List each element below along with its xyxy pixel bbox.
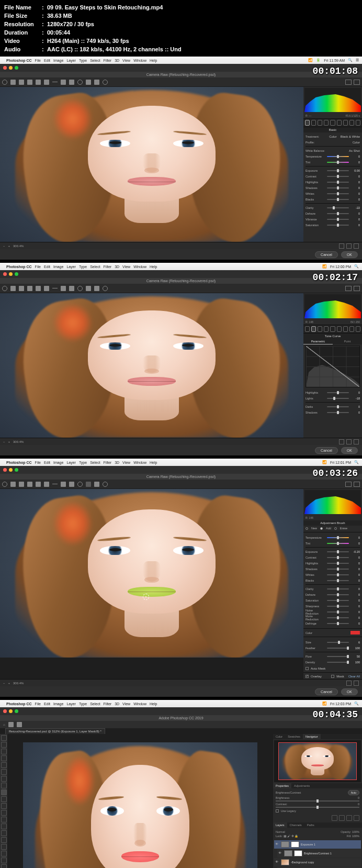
slider-knob[interactable]	[337, 224, 339, 227]
menu-3d[interactable]: 3D	[115, 59, 119, 62]
menu-view[interactable]: View	[122, 265, 130, 269]
canvas-image[interactable]	[0, 293, 303, 438]
tab-lens-icon[interactable]	[337, 120, 342, 126]
mac-menubar[interactable]: Photoshop CC FileEditImageLayerTypeSelec…	[0, 263, 362, 270]
hand-tool-icon[interactable]	[1, 864, 7, 868]
wb-tool-icon[interactable]	[19, 286, 24, 291]
before-after-icon[interactable]	[345, 286, 352, 291]
layer-thumbnail[interactable]	[281, 859, 289, 865]
menu-image[interactable]: Image	[53, 265, 63, 269]
minimize-window-icon[interactable]	[9, 468, 13, 472]
target-adjust-icon[interactable]	[36, 286, 41, 291]
slider-track[interactable]	[327, 662, 349, 663]
history-brush-icon[interactable]	[1, 803, 7, 809]
slider-track[interactable]	[327, 412, 349, 413]
layers-tab[interactable]: Layers	[273, 822, 287, 828]
close-window-icon[interactable]	[3, 468, 7, 472]
adjustments-tab[interactable]: Adjustments	[291, 783, 312, 788]
slider-track[interactable]	[327, 656, 349, 657]
layer-mask-thumb[interactable]	[294, 850, 302, 856]
prev-image-icon[interactable]	[346, 681, 352, 686]
mac-menubar[interactable]: Photoshop CCFileEditImageLayerTypeSelect…	[0, 700, 362, 707]
tab-fx-icon[interactable]	[343, 120, 348, 126]
auto-button[interactable]: Auto	[348, 790, 359, 795]
tab-presets-icon[interactable]	[356, 120, 360, 126]
mask-erase-radio[interactable]	[334, 527, 337, 530]
zoom-in-icon[interactable]: +	[8, 244, 10, 248]
treatment-bw[interactable]: Black & White	[341, 135, 360, 138]
slider-knob[interactable]	[337, 155, 339, 158]
slider-knob[interactable]	[337, 573, 339, 576]
slider-knob[interactable]	[333, 397, 335, 400]
path-tool-icon[interactable]	[1, 851, 7, 856]
prev-image-icon[interactable]	[339, 439, 344, 444]
slider-value[interactable]: 0	[350, 536, 360, 539]
menu-select[interactable]: Select	[90, 265, 100, 269]
fullscreen-icon[interactable]	[354, 80, 360, 85]
slider-value[interactable]: 0	[350, 175, 360, 178]
wb-tool-icon[interactable]	[19, 80, 24, 85]
redeye-icon[interactable]	[77, 482, 83, 487]
layer-thumbnail[interactable]	[281, 841, 289, 848]
menu-window[interactable]: Window	[133, 59, 146, 62]
tone-curve-graph[interactable]	[306, 346, 360, 387]
move-tool-icon[interactable]	[1, 735, 7, 741]
next-image-icon[interactable]	[346, 243, 352, 249]
graduated-filter-icon[interactable]	[94, 80, 99, 85]
slider-value[interactable]: 0	[350, 224, 360, 227]
menu-window[interactable]: Window	[133, 265, 146, 269]
cancel-button[interactable]: Cancel	[315, 688, 338, 695]
close-window-icon[interactable]	[3, 66, 7, 70]
slider-knob[interactable]	[337, 622, 339, 625]
properties-tab[interactable]: Properties	[273, 783, 291, 788]
zoom-level[interactable]: 300.4%	[13, 682, 24, 685]
layer-mask-thumb[interactable]	[291, 841, 299, 848]
menubar-clock[interactable]: Fri 12:03 PM	[330, 702, 351, 706]
slider-track[interactable]	[327, 600, 349, 601]
spotlight-icon[interactable]: 🔍	[354, 702, 359, 706]
spot-removal-icon[interactable]	[69, 482, 74, 487]
zoom-in-icon[interactable]: +	[8, 682, 10, 685]
menu-view[interactable]: View	[122, 702, 130, 706]
slider-value[interactable]: 0	[350, 411, 360, 414]
slider-knob[interactable]	[337, 536, 339, 539]
view-prev-icon[interactable]	[339, 815, 345, 821]
transform-icon[interactable]	[61, 286, 66, 291]
clip-icon[interactable]	[332, 815, 337, 821]
slider-track[interactable]	[327, 617, 349, 618]
lock-pixels-icon[interactable]: 🖌	[287, 834, 290, 838]
crop-tool-icon[interactable]	[44, 482, 49, 487]
menu-type[interactable]: Type	[79, 59, 87, 62]
spot-removal-icon[interactable]	[69, 286, 74, 291]
crop-tool-icon[interactable]	[44, 286, 49, 291]
menubar-clock[interactable]: Fri 11:59 AM	[324, 59, 345, 62]
mac-menubar[interactable]: Photoshop CCFileEditImageLayerTypeSelect…	[0, 459, 362, 466]
menu-type[interactable]: Type	[79, 702, 87, 706]
minimize-window-icon[interactable]	[9, 709, 13, 713]
before-after-icon[interactable]	[345, 80, 352, 85]
radial-filter-icon[interactable]	[103, 482, 108, 487]
clear-all-link[interactable]: Clear All	[348, 675, 360, 678]
wb-tool-icon[interactable]	[19, 482, 24, 487]
canvas-image[interactable]	[0, 489, 303, 658]
blur-tool-icon[interactable]	[1, 824, 7, 829]
slider-value[interactable]: 0	[350, 405, 360, 408]
tab-split-icon[interactable]	[330, 120, 335, 126]
slider-track[interactable]	[327, 219, 349, 220]
straighten-icon[interactable]	[52, 80, 58, 82]
menu-edit[interactable]: Edit	[44, 461, 50, 464]
canvas-image[interactable]	[7, 734, 273, 868]
slider-knob[interactable]	[337, 175, 339, 178]
tab-detail-icon[interactable]	[318, 120, 322, 126]
slider-knob[interactable]	[337, 542, 339, 545]
slider-track[interactable]	[327, 574, 349, 575]
menu-filter[interactable]: Filter	[104, 59, 112, 62]
tab-calib-icon[interactable]	[349, 120, 354, 126]
frame-tool-icon[interactable]	[1, 769, 7, 775]
color-sampler-icon[interactable]	[27, 80, 32, 85]
slider-knob[interactable]	[337, 556, 339, 559]
graduated-filter-icon[interactable]	[94, 482, 99, 487]
brush-tool-icon[interactable]	[1, 789, 7, 795]
layer-visibility-icon[interactable]	[278, 851, 282, 855]
tab-split-icon[interactable]	[330, 326, 335, 332]
